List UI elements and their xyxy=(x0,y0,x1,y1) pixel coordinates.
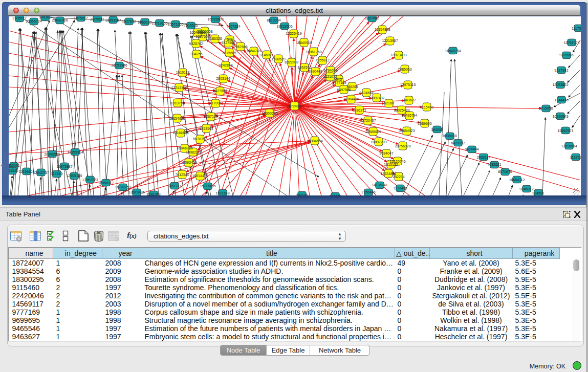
svg-text:304255: 304255 xyxy=(190,52,202,56)
svg-text:1075817: 1075817 xyxy=(74,16,88,20)
svg-text:16782759: 16782759 xyxy=(115,185,130,189)
svg-text:12213967: 12213967 xyxy=(382,39,398,42)
svg-text:16093459: 16093459 xyxy=(181,161,197,164)
svg-text:12942737: 12942737 xyxy=(33,171,49,174)
svg-text:19384554: 19384554 xyxy=(307,139,322,143)
svg-text:9146821: 9146821 xyxy=(259,53,273,57)
svg-text:6966160: 6966160 xyxy=(138,20,151,24)
svg-text:10719155: 10719155 xyxy=(151,21,167,25)
svg-text:18724007: 18724007 xyxy=(287,104,302,108)
svg-text:8813054: 8813054 xyxy=(267,18,280,22)
svg-text:19654925: 19654925 xyxy=(169,117,185,120)
svg-text:2305572: 2305572 xyxy=(12,16,26,20)
svg-text:10025433: 10025433 xyxy=(394,108,409,112)
svg-text:3267130: 3267130 xyxy=(204,115,217,118)
svg-text:3875685: 3875685 xyxy=(222,51,236,55)
svg-text:10807487: 10807487 xyxy=(368,96,384,100)
svg-text:16046736: 16046736 xyxy=(177,146,192,150)
svg-text:5878352: 5878352 xyxy=(193,137,207,141)
svg-text:12325419: 12325419 xyxy=(286,32,301,35)
svg-text:10688609: 10688609 xyxy=(365,130,381,134)
svg-text:15692971: 15692971 xyxy=(557,129,573,133)
svg-text:8990448: 8990448 xyxy=(308,70,322,73)
svg-text:6497568: 6497568 xyxy=(337,88,351,92)
svg-text:1362615: 1362615 xyxy=(297,65,311,69)
svg-text:10973493: 10973493 xyxy=(390,53,406,57)
svg-text:252214: 252214 xyxy=(393,175,404,179)
svg-text:7612540: 7612540 xyxy=(175,173,189,177)
svg-text:2887682: 2887682 xyxy=(365,16,379,20)
svg-text:417006: 417006 xyxy=(209,101,221,105)
svg-text:7485063: 7485063 xyxy=(398,68,411,71)
svg-text:1010753: 1010753 xyxy=(170,101,184,105)
svg-text:15720407: 15720407 xyxy=(360,119,376,122)
svg-text:9115460: 9115460 xyxy=(420,105,434,109)
svg-text:10958117: 10958117 xyxy=(98,181,114,185)
svg-text:9474444: 9474444 xyxy=(465,147,478,151)
svg-text:8471676: 8471676 xyxy=(498,170,512,173)
svg-text:1571648: 1571648 xyxy=(215,191,229,195)
svg-text:9457771: 9457771 xyxy=(167,184,181,188)
svg-text:9227342: 9227342 xyxy=(554,69,568,72)
svg-text:16154808: 16154808 xyxy=(374,28,390,31)
svg-text:1615132: 1615132 xyxy=(384,163,398,166)
svg-text:9327502: 9327502 xyxy=(221,41,235,45)
svg-text:62160: 62160 xyxy=(384,101,394,105)
svg-text:1498222: 1498222 xyxy=(186,150,200,154)
svg-text:2967608: 2967608 xyxy=(233,45,247,49)
svg-text:994361: 994361 xyxy=(39,16,51,19)
svg-text:12823485: 12823485 xyxy=(128,190,144,194)
svg-text:12359914: 12359914 xyxy=(67,150,83,154)
svg-text:1733426: 1733426 xyxy=(393,186,407,190)
svg-text:26053346: 26053346 xyxy=(111,63,127,67)
svg-text:19975887: 19975887 xyxy=(56,165,72,168)
svg-text:8938918: 8938918 xyxy=(443,134,456,138)
svg-text:9245012: 9245012 xyxy=(519,187,533,191)
svg-text:23055724: 23055724 xyxy=(26,19,41,23)
svg-text:1527602: 1527602 xyxy=(122,19,136,23)
svg-text:2803144: 2803144 xyxy=(216,77,230,80)
svg-text:16033809: 16033809 xyxy=(207,17,223,21)
svg-text:16543362: 16543362 xyxy=(189,31,205,34)
svg-text:9328702: 9328702 xyxy=(189,42,203,46)
svg-text:18640910: 18640910 xyxy=(296,41,312,45)
svg-text:164095: 164095 xyxy=(431,128,443,132)
svg-text:7632621: 7632621 xyxy=(487,163,501,166)
svg-text:12093822: 12093822 xyxy=(552,83,568,86)
svg-text:2105531: 2105531 xyxy=(90,17,104,21)
svg-text:9329966: 9329966 xyxy=(559,53,573,57)
svg-text:9684047: 9684047 xyxy=(379,151,393,155)
svg-text:8322037: 8322037 xyxy=(285,60,298,64)
svg-text:2933114: 2933114 xyxy=(477,156,491,159)
svg-text:7357224: 7357224 xyxy=(226,25,240,28)
svg-text:7515526: 7515526 xyxy=(184,24,198,27)
svg-text:20691406: 20691406 xyxy=(52,18,68,22)
svg-text:1588520: 1588520 xyxy=(271,57,285,61)
svg-text:10853287: 10853287 xyxy=(105,18,121,22)
svg-text:14136141: 14136141 xyxy=(372,183,387,187)
svg-text:9777169: 9777169 xyxy=(332,81,346,84)
svg-text:2156446: 2156446 xyxy=(361,190,375,194)
svg-text:635061: 635061 xyxy=(9,164,20,167)
svg-text:6479197: 6479197 xyxy=(451,141,465,145)
svg-text:116753: 116753 xyxy=(570,156,581,159)
svg-text:18807289: 18807289 xyxy=(371,140,386,144)
svg-text:8186328: 8186328 xyxy=(208,37,222,40)
svg-text:15300295: 15300295 xyxy=(262,112,277,115)
svg-text:16648784: 16648784 xyxy=(445,49,461,53)
svg-text:20756928: 20756928 xyxy=(395,144,410,148)
svg-text:1282348: 1282348 xyxy=(146,192,160,195)
svg-text:19218506: 19218506 xyxy=(276,25,292,28)
svg-text:16961758: 16961758 xyxy=(306,50,321,54)
svg-text:16914479: 16914479 xyxy=(192,174,208,178)
svg-text:1463627: 1463627 xyxy=(402,98,416,102)
svg-text:114519: 114519 xyxy=(51,172,63,176)
svg-text:20206551: 20206551 xyxy=(44,152,60,156)
svg-text:924501: 924501 xyxy=(532,191,544,195)
svg-text:12505135: 12505135 xyxy=(66,174,82,178)
svg-text:15495794: 15495794 xyxy=(401,114,417,117)
svg-text:20364436: 20364436 xyxy=(343,97,359,101)
svg-text:9242848: 9242848 xyxy=(219,63,232,67)
svg-text:15751074: 15751074 xyxy=(563,41,579,45)
svg-text:391513: 391513 xyxy=(9,169,18,172)
